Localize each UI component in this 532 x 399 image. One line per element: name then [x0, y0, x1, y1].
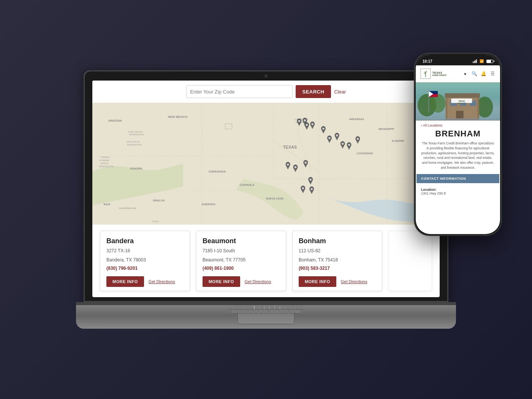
svg-text:FARM CREDIT: FARM CREDIT [457, 103, 466, 104]
svg-point-86 [310, 188, 313, 190]
chevron-left-icon: ‹ [421, 124, 422, 127]
svg-text:NATION: NATION [101, 162, 108, 165]
card-buttons-bonham: MORE INFO Get Directions [299, 276, 376, 287]
svg-point-44 [304, 119, 306, 122]
clear-link[interactable]: Clear [334, 89, 346, 95]
svg-rect-99 [445, 93, 480, 98]
svg-text:CALIFORNIA SUR: CALIFORNIA SUR [119, 207, 136, 209]
svg-text:LOUISIANA: LOUISIANA [356, 152, 373, 155]
card-buttons-bandera: MORE INFO Get Directions [106, 276, 184, 287]
svg-text:ALABAMA: ALABAMA [392, 139, 404, 142]
signal-bar-4 [476, 59, 477, 63]
svg-point-47 [306, 124, 308, 126]
svg-point-50 [311, 123, 314, 125]
building-image: TEXAS FARM CREDIT [416, 82, 500, 120]
directions-link-bonham[interactable]: Get Directions [341, 279, 367, 284]
svg-point-68 [356, 138, 359, 140]
svg-text:©2024: ©2024 [152, 220, 159, 223]
signal-bar-3 [475, 60, 476, 63]
svg-text:COAHUILA: COAHUILA [239, 183, 255, 187]
svg-text:DURANGO: DURANGO [202, 203, 215, 206]
svg-text:RESERVATION: RESERVATION [127, 144, 141, 146]
phone-nav-icons: ● 🔍 🔔 ☰ [462, 71, 496, 77]
signal-bar-2 [474, 61, 475, 63]
card-phone-bonham[interactable]: (903) 583-3217 [299, 266, 376, 271]
laptop-camera [264, 74, 268, 78]
laptop-screen: SEARCH Clear [92, 81, 440, 297]
svg-text:NEW MEXICO: NEW MEXICO [168, 115, 188, 119]
svg-rect-107 [446, 118, 479, 120]
svg-text:FORT APACHE: FORT APACHE [128, 131, 142, 133]
svg-text:O'ODHAM: O'ODHAM [99, 159, 109, 162]
search-button[interactable]: SEARCH [296, 85, 331, 98]
directions-link-bandera[interactable]: Get Directions [149, 279, 175, 284]
card-buttons-beaumont: MORE INFO Get Directions [203, 276, 280, 287]
zip-input[interactable] [186, 85, 293, 98]
card-street-bonham: 112 US-82 [299, 247, 376, 254]
svg-text:RESERVATION: RESERVATION [129, 133, 144, 136]
svg-text:CHIHUAHUA: CHIHUAHUA [209, 170, 226, 173]
card-phone-beaumont[interactable]: (409) 861-1900 [203, 266, 280, 271]
map-background: ARIZONA NEW MEXICO TEXAS LOUISIANA MISSI… [92, 103, 440, 225]
phone-clock-icon[interactable]: ● [462, 71, 468, 77]
card-csz-bandera: Bandera, TX 78003 [106, 256, 184, 263]
svg-point-59 [328, 137, 331, 139]
svg-point-65 [348, 144, 350, 146]
svg-text:BAJA: BAJA [104, 203, 111, 206]
battery-icon [486, 60, 493, 63]
svg-text:NUEVO LEON: NUEVO LEON [266, 197, 283, 200]
card-csz-bonham: Bonham, TX 75418 [299, 256, 376, 263]
phone-hero-image: TEXAS FARM CREDIT [416, 82, 500, 120]
contact-info-header: CONTACT INFORMATION [416, 174, 499, 183]
map-area: ARIZONA NEW MEXICO TEXAS LOUISIANA MISSI… [92, 103, 440, 225]
wifi-icon: 📶 [480, 59, 484, 63]
scene: SEARCH Clear [0, 0, 532, 399]
svg-text:TOHONO: TOHONO [101, 156, 110, 158]
screen-content: SEARCH Clear [92, 81, 440, 297]
svg-text:ARIZONA: ARIZONA [108, 119, 122, 122]
card-street-bandera: 3272 TX-16 [106, 247, 184, 254]
keyboard-row-2 [231, 310, 301, 314]
phone-menu-icon[interactable]: ☰ [489, 71, 496, 77]
svg-point-53 [322, 128, 325, 130]
location-card-bandera: Bandera 3272 TX-16 Bandera, TX 78003 (83… [100, 231, 190, 291]
phone-status-icons: 📶 [473, 59, 493, 63]
phone-nav: TEXAS FARM CREDIT ● 🔍 🔔 ☰ [416, 65, 500, 82]
svg-text:TEXAS: TEXAS [459, 100, 465, 102]
more-info-button-bandera[interactable]: MORE INFO [106, 276, 144, 287]
svg-point-41 [298, 120, 300, 122]
svg-text:SONORA: SONORA [130, 167, 142, 170]
laptop: SEARCH Clear [84, 70, 448, 329]
phone-notification-icon[interactable]: 🔔 [480, 71, 486, 77]
directions-link-beaumont[interactable]: Get Directions [245, 279, 271, 284]
location-label: Location: [421, 188, 495, 192]
phone-logo: TEXAS FARM CREDIT [420, 68, 446, 79]
phone-detail-content: ‹ All Locations BRENHAM The Texas Farm C… [416, 120, 500, 234]
svg-point-62 [342, 142, 344, 145]
phone-location-description: The Texas Farm Credit Brenham office spe… [421, 141, 495, 170]
phone-city-title: BRENHAM [421, 129, 495, 139]
location-card-partial [388, 231, 432, 291]
laptop-base: MacBook Pro [76, 302, 456, 329]
more-info-button-bonham[interactable]: MORE INFO [299, 276, 336, 287]
location-value: 1301 Hwy 290 E [421, 192, 495, 195]
back-to-locations[interactable]: ‹ All Locations [421, 124, 495, 127]
svg-text:SINALOA: SINALOA [153, 199, 165, 202]
svg-point-80 [309, 179, 312, 181]
svg-point-56 [336, 135, 338, 137]
location-card-beaumont: Beaumont 7185 I-10 South Beaumont, TX 77… [196, 231, 286, 291]
phone-logo-text: TEXAS FARM CREDIT [432, 71, 446, 76]
phone-time: 10:17 [423, 59, 432, 63]
search-bar: SEARCH Clear [92, 81, 440, 103]
phone-search-icon[interactable]: 🔍 [471, 71, 477, 77]
svg-text:TEXAS: TEXAS [283, 145, 297, 149]
card-csz-beaumont: Beaumont, TX 77705 [203, 256, 280, 263]
card-phone-bandera[interactable]: (830) 796-9201 [106, 266, 184, 271]
keyboard-row [229, 306, 303, 309]
phone: 10:17 📶 [414, 53, 502, 236]
more-info-button-beaumont[interactable]: MORE INFO [203, 276, 240, 287]
svg-point-83 [302, 187, 304, 190]
card-city-beaumont: Beaumont [203, 237, 280, 245]
card-city-bonham: Bonham [299, 237, 376, 245]
svg-point-77 [304, 162, 307, 164]
